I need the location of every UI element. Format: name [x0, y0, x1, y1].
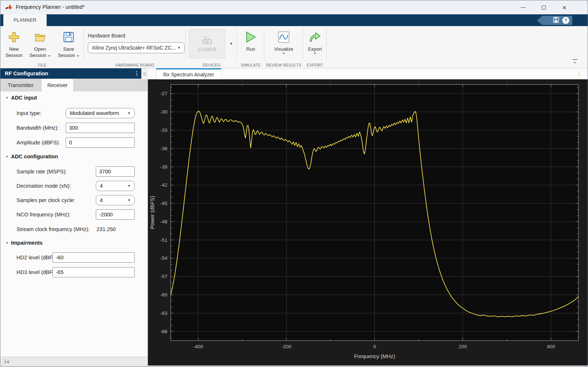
hd2-level-field[interactable] — [52, 252, 135, 263]
section-adc-configuration[interactable]: ▼ ADC configuration — [6, 154, 58, 159]
svg-text:-30: -30 — [160, 109, 167, 115]
ribbon-group-devices: ZU28DR ▼ DEVICES — [186, 26, 237, 68]
caret-down-icon: ▼ — [127, 184, 131, 188]
file-group-label: FILE — [0, 63, 84, 67]
rf-configuration-panel: RF Configuration ⋮ Transmitter Receiver … — [0, 68, 148, 367]
ribbon-group-simulate: Run SIMULATE — [237, 26, 264, 68]
collapse-triangle-icon: ▼ — [6, 241, 8, 245]
input-type-dropdown[interactable]: Modulated waveform ▼ — [66, 108, 135, 118]
rx-spectrum-chart: -400-2000200400-27-30-33-36-39-42-45-48-… — [148, 79, 588, 367]
svg-text:-51: -51 — [160, 237, 167, 243]
nco-frequency-field[interactable] — [96, 209, 135, 220]
open-session-button[interactable]: Open Session▼ — [26, 30, 54, 59]
tab-planner[interactable]: PLANNER — [3, 14, 47, 26]
new-session-label-2: Session — [6, 52, 22, 58]
section-title: ADC input — [11, 95, 37, 101]
caret-down-icon: ▼ — [230, 42, 233, 46]
maximize-button[interactable] — [535, 0, 552, 14]
minimize-button[interactable] — [515, 0, 532, 14]
amplitude-field[interactable] — [66, 137, 135, 148]
close-button[interactable]: × — [556, 0, 573, 14]
tab-rx-spectrum-analyzer[interactable]: Rx Spectrum Analyzer — [156, 68, 221, 79]
review-group-label: REVIEW RESULTS — [264, 63, 303, 67]
samples-per-clock-dropdown[interactable]: 4 ▼ — [96, 195, 135, 205]
bandwidth-label: Bandwidth (MHz): — [17, 125, 59, 131]
svg-text:-33: -33 — [160, 127, 167, 133]
window-title: Frequency Planner - untitled* — [16, 4, 85, 10]
new-session-label-1: New — [9, 46, 19, 52]
device-dropdown-button[interactable]: ▼ — [228, 38, 235, 50]
stream-clock-label: Stream clock frequency (MHz): — [17, 226, 90, 232]
device-name: ZU28DR — [198, 47, 217, 52]
matlab-logo-icon — [5, 3, 13, 11]
svg-text:Power (dBFS): Power (dBFS) — [149, 196, 155, 229]
open-session-label-2: Session▼ — [29, 52, 51, 59]
window-bottom-edge — [0, 366, 588, 367]
hd3-level-field[interactable] — [52, 267, 135, 277]
ribbon: New Session Open Session▼ — [0, 26, 588, 68]
caret-down-icon: ▼ — [282, 52, 285, 55]
quick-save-button[interactable] — [553, 17, 559, 25]
hardware-board-dropdown[interactable]: Xilinx Zynq UltraScale+ RFSoC ZC... ▼ — [88, 42, 185, 53]
svg-text:-27: -27 — [160, 91, 167, 96]
decimation-dropdown[interactable]: 4 ▼ — [96, 181, 135, 191]
svg-text:-400: -400 — [193, 344, 203, 349]
save-session-label-1: Save — [63, 46, 74, 52]
floppy-icon — [63, 30, 74, 44]
svg-text:-48: -48 — [160, 219, 167, 224]
document-menu-button[interactable]: ⋮ — [577, 71, 582, 76]
group-separator — [326, 28, 327, 60]
ribbon-group-file: New Session Open Session▼ — [0, 26, 84, 68]
hardware-group-label: HARDWARE BOARD — [84, 63, 186, 67]
plus-icon — [8, 30, 19, 44]
help-button[interactable]: ? — [562, 17, 569, 24]
quick-access-toolbar: ? — [537, 16, 572, 25]
panel-menu-button[interactable]: ⋮ — [134, 70, 139, 77]
run-icon — [244, 30, 257, 44]
svg-text:-36: -36 — [160, 146, 167, 151]
run-button[interactable]: Run — [240, 30, 261, 52]
svg-text:-60: -60 — [160, 292, 167, 298]
panel-scrollbar[interactable]: ◀ — [0, 357, 148, 366]
svg-text:-42: -42 — [160, 182, 167, 188]
device-icon — [202, 36, 213, 45]
collapse-ribbon-button[interactable]: ▲ — [570, 59, 580, 66]
caret-down-icon: ▼ — [76, 54, 79, 58]
section-title: ADC configuration — [11, 154, 58, 159]
document-tabbar: Rx Spectrum Analyzer ⋮ — [148, 68, 588, 79]
nco-frequency-label: NCO frequency (MHz): — [17, 212, 70, 217]
svg-text:Frequency (MHz): Frequency (MHz) — [354, 353, 395, 359]
input-type-value: Modulated waveform — [70, 110, 119, 116]
section-impairments[interactable]: ▼ Impairments — [6, 240, 43, 246]
svg-text:-200: -200 — [282, 344, 291, 349]
sample-rate-field[interactable] — [96, 166, 135, 177]
splitter-grip[interactable] — [141, 68, 148, 79]
samples-per-clock-label: Samples per clock cycle: — [17, 197, 75, 203]
device-zu28dr-button[interactable]: ZU28DR — [189, 29, 225, 58]
decimation-label: Decimation mode (xN): — [17, 183, 71, 189]
save-session-label-2: Session▼ — [58, 52, 79, 59]
panel-tabbar: Transmitter Receiver — [0, 79, 148, 91]
hardware-board-value: Xilinx Zynq UltraScale+ RFSoC ZC... — [92, 45, 176, 51]
visualize-button[interactable]: Visualize ▼ — [269, 30, 298, 55]
devices-group-label: DEVICES — [186, 63, 237, 67]
decimation-value: 4 — [100, 183, 103, 189]
svg-text:-54: -54 — [160, 255, 167, 261]
title-bar: Frequency Planner - untitled* × — [0, 0, 588, 14]
tab-transmitter[interactable]: Transmitter — [0, 79, 41, 91]
bandwidth-field[interactable] — [66, 123, 135, 133]
save-session-button[interactable]: Save Session▼ — [55, 30, 83, 59]
visualize-icon — [278, 30, 290, 44]
caret-down-icon: ▼ — [313, 52, 316, 55]
svg-text:0: 0 — [373, 344, 376, 349]
section-adc-input[interactable]: ▼ ADC input — [6, 95, 37, 101]
new-session-button[interactable]: New Session — [3, 30, 25, 58]
folder-icon — [34, 30, 46, 44]
samples-per-clock-value: 4 — [100, 197, 103, 203]
caret-down-icon: ▼ — [127, 198, 131, 202]
tab-receiver[interactable]: Receiver — [41, 79, 74, 91]
ribbon-group-review: Visualize ▼ REVIEW RESULTS — [264, 26, 303, 68]
hardware-board-label: Hardware Board — [88, 33, 125, 39]
export-button[interactable]: Export ▼ — [305, 30, 325, 55]
svg-text:-57: -57 — [160, 274, 167, 279]
